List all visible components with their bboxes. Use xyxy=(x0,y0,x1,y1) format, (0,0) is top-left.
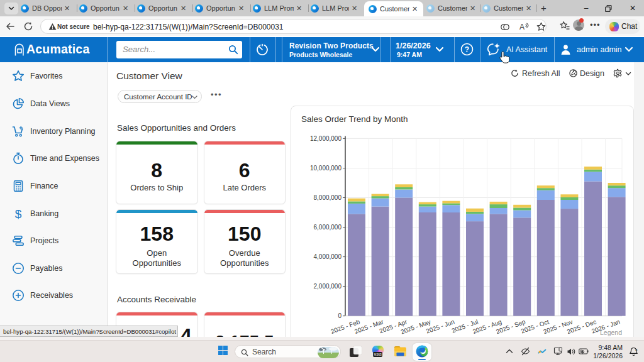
svg-text:10,000,000: 10,000,000 xyxy=(310,165,341,172)
svg-text:0: 0 xyxy=(338,312,341,319)
svg-text:8,000,000: 8,000,000 xyxy=(314,194,342,201)
svg-text:4,000,000: 4,000,000 xyxy=(314,253,342,260)
svg-text:12,000,000: 12,000,000 xyxy=(310,135,341,142)
svg-text:?: ? xyxy=(465,45,469,54)
svg-text:$: $ xyxy=(15,207,22,220)
svg-text:2,000,000: 2,000,000 xyxy=(314,283,342,290)
svg-text:Legend: Legend xyxy=(600,329,622,336)
svg-text:6,000,000: 6,000,000 xyxy=(314,224,342,231)
svg-text:A: A xyxy=(519,23,525,31)
svg-text:z: z xyxy=(636,348,638,351)
